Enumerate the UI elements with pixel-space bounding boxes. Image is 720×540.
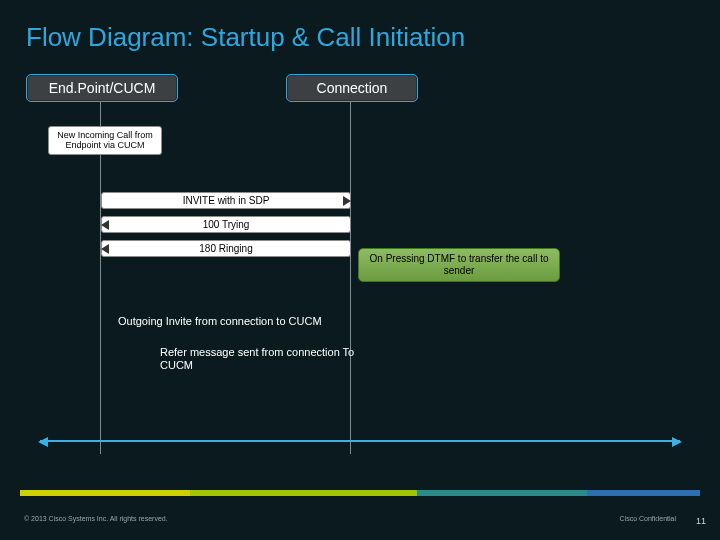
label-refer-message: Refer message sent from connection To CU… [160,346,380,372]
footer-page-number: 11 [696,516,706,526]
event-new-incoming-call: New Incoming Call from Endpoint via CUCM [48,126,162,155]
lifeline-connection [350,102,351,454]
message-trying-label: 100 Trying [203,219,250,230]
participant-endpoint-cucm: End.Point/CUCM [26,74,178,102]
footer-copyright: © 2013 Cisco Systems Inc. All rights res… [24,515,168,522]
footer-confidential: Cisco Confidential [620,515,676,522]
message-invite-label: INVITE with in SDP [183,195,270,206]
participant-connection: Connection [286,74,418,102]
note-dtmf-transfer: On Pressing DTMF to transfer the call to… [358,248,560,282]
label-outgoing-invite: Outgoing Invite from connection to CUCM [118,315,322,327]
arrow-left-icon [101,244,109,254]
arrow-right-icon [343,196,351,206]
message-180-ringing: 180 Ringing [101,240,351,257]
arrow-left-icon [101,220,109,230]
message-invite: INVITE with in SDP [101,192,351,209]
lifeline-endpoint [100,102,101,454]
double-arrow-icon [40,440,680,442]
message-100-trying: 100 Trying [101,216,351,233]
slide-title: Flow Diagram: Startup & Call Initiation [26,22,465,53]
footer-color-bar [20,490,700,496]
message-ringing-label: 180 Ringing [199,243,252,254]
